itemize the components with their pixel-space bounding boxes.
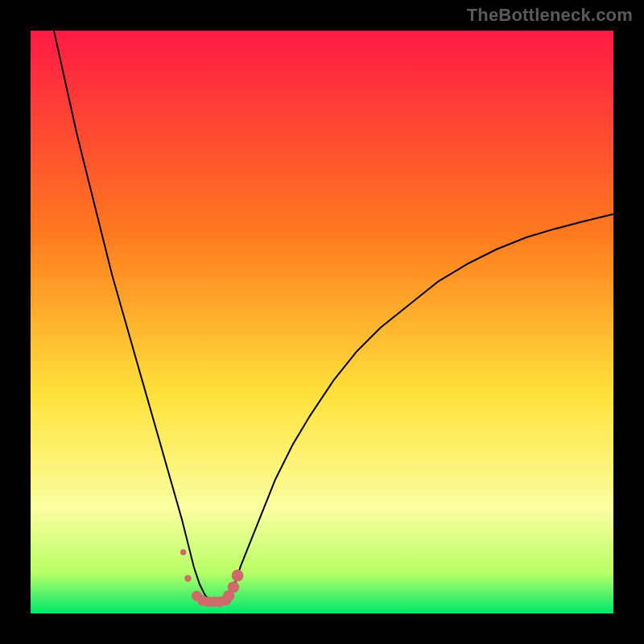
curve-marker (232, 570, 244, 582)
gradient-background (31, 31, 613, 613)
watermark-text: TheBottleneck.com (467, 5, 633, 26)
chart-svg (31, 31, 613, 613)
chart-plot-area (31, 31, 613, 613)
outer-frame: TheBottleneck.com (0, 0, 644, 644)
curve-marker (184, 575, 191, 581)
curve-marker (228, 581, 239, 592)
curve-marker (180, 549, 187, 555)
